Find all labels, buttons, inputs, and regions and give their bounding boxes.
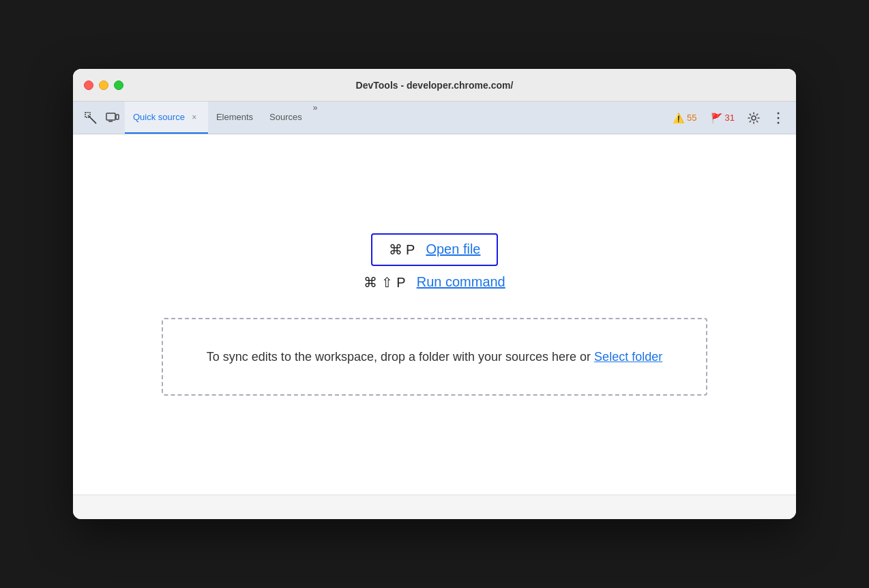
device-mode-icon[interactable]	[103, 108, 122, 128]
tab-elements-label: Elements	[216, 112, 253, 122]
settings-icon[interactable]	[744, 108, 763, 128]
svg-rect-3	[106, 113, 115, 120]
tab-quick-source[interactable]: Quick source ×	[125, 102, 208, 134]
window-title: DevTools - developer.chrome.com/	[356, 80, 514, 91]
svg-point-7	[778, 112, 780, 114]
tab-sources[interactable]: Sources	[261, 102, 310, 134]
svg-point-6	[752, 116, 756, 120]
drop-zone-text: To sync edits to the workspace, drop a f…	[207, 350, 594, 364]
error-icon: 🚩	[711, 113, 722, 123]
open-file-shortcut: ⌘ P	[389, 241, 415, 258]
commands-area: ⌘ P Open file ⌘ ⇧ P Run command	[364, 233, 505, 291]
minimize-button[interactable]	[99, 80, 108, 90]
footer-bar	[73, 495, 796, 519]
workspace-drop-zone[interactable]: To sync edits to the workspace, drop a f…	[162, 318, 707, 396]
main-content: ⌘ P Open file ⌘ ⇧ P Run command To sync …	[73, 134, 796, 495]
run-command-row: ⌘ ⇧ P Run command	[364, 274, 505, 291]
maximize-button[interactable]	[114, 80, 123, 90]
inspect-element-icon[interactable]	[81, 108, 100, 128]
warning-icon: ⚠️	[673, 113, 684, 123]
svg-rect-4	[116, 115, 119, 119]
run-command-shortcut: ⌘ ⇧ P	[364, 274, 405, 291]
more-tabs-button[interactable]: »	[310, 102, 321, 134]
tab-list: Quick source × Elements Sources »	[125, 102, 666, 134]
tab-sources-label: Sources	[269, 112, 302, 122]
error-badge[interactable]: 🚩 31	[707, 111, 739, 125]
svg-point-9	[778, 121, 780, 123]
more-options-icon[interactable]	[769, 108, 788, 128]
title-bar: DevTools - developer.chrome.com/	[73, 69, 796, 102]
open-file-link[interactable]: Open file	[426, 241, 480, 257]
warning-count: 55	[687, 113, 696, 123]
close-button[interactable]	[84, 80, 93, 90]
open-file-row: ⌘ P Open file	[371, 233, 499, 266]
select-folder-link[interactable]: Select folder	[594, 350, 662, 364]
toolbar: Quick source × Elements Sources » ⚠️ 55 …	[73, 102, 796, 134]
svg-point-8	[778, 117, 780, 119]
traffic-lights	[84, 80, 123, 90]
tab-elements[interactable]: Elements	[208, 102, 261, 134]
run-command-link[interactable]: Run command	[417, 274, 505, 290]
error-count: 31	[725, 113, 735, 123]
toolbar-right: ⚠️ 55 🚩 31	[668, 108, 788, 128]
tab-quick-source-close[interactable]: ×	[189, 112, 200, 123]
tab-quick-source-label: Quick source	[133, 112, 185, 122]
devtools-window: DevTools - developer.chrome.com/ Quick s…	[73, 69, 796, 519]
warning-badge[interactable]: ⚠️ 55	[668, 111, 701, 125]
